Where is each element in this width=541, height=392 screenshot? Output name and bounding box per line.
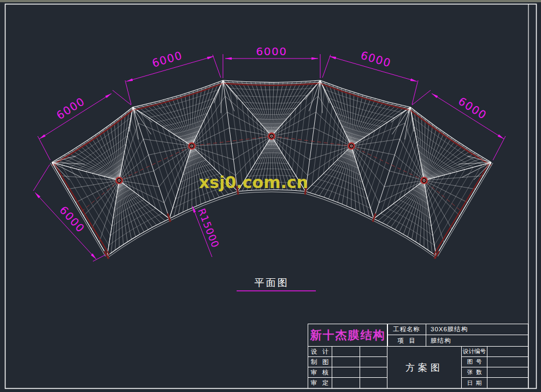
project-name-value: 30X6膜结构 xyxy=(426,324,528,335)
draft-label: 制 图 xyxy=(308,356,332,367)
date-label: 日 期 xyxy=(461,377,487,389)
check-date-cell xyxy=(360,367,387,378)
check-name-cell xyxy=(332,367,360,378)
title-block: 新十杰膜结构 工程名称 30X6膜结构 项 目 膜结构 设 计 制 图 审 核 … xyxy=(308,324,528,389)
drawing-type: 方案图 xyxy=(387,346,462,389)
approve-label: 审 定 xyxy=(308,377,332,389)
design-no-label: 设计编号 xyxy=(461,346,487,357)
dim-label-far-left: 6000 xyxy=(54,95,87,122)
design-label: 设 计 xyxy=(308,346,332,357)
design-date-cell xyxy=(360,346,387,357)
date-value xyxy=(487,377,528,389)
dim-label-upper-left: 6000 xyxy=(150,49,184,70)
approve-date-cell xyxy=(360,377,387,389)
design-name-cell xyxy=(332,346,360,357)
sheet-count-value xyxy=(487,367,528,378)
approve-name-cell xyxy=(332,377,360,389)
title-block-company: 新十杰膜结构 xyxy=(308,324,388,347)
item-value: 膜结构 xyxy=(426,335,528,347)
sheet-no-label: 图 号 xyxy=(461,356,487,367)
item-label: 项 目 xyxy=(387,335,426,347)
draft-date-cell xyxy=(360,356,387,367)
membrane-mesh xyxy=(52,80,491,256)
draft-name-cell xyxy=(332,356,360,367)
watermark-text: xsj0.com.cn xyxy=(199,173,308,192)
sheet-count-label: 张 数 xyxy=(461,367,487,378)
design-no-value xyxy=(487,346,528,357)
check-label: 审 核 xyxy=(308,367,332,378)
dim-label-radius: R15000 xyxy=(196,207,221,249)
dim-label-upper-right: 6000 xyxy=(359,49,392,70)
dim-label-lower-left: 6000 xyxy=(57,203,87,235)
drawing-caption: 平面图 xyxy=(255,277,289,288)
cad-drawing-canvas[interactable]: 6000 6000 6000 6000 6000 6000 R15000 xsj… xyxy=(0,0,541,392)
dim-label-far-right: 6000 xyxy=(456,95,489,122)
sheet-no-value xyxy=(487,356,528,367)
project-name-label: 工程名称 xyxy=(387,324,426,335)
dim-label-top: 6000 xyxy=(256,45,287,58)
window-top-edge xyxy=(0,0,541,2)
